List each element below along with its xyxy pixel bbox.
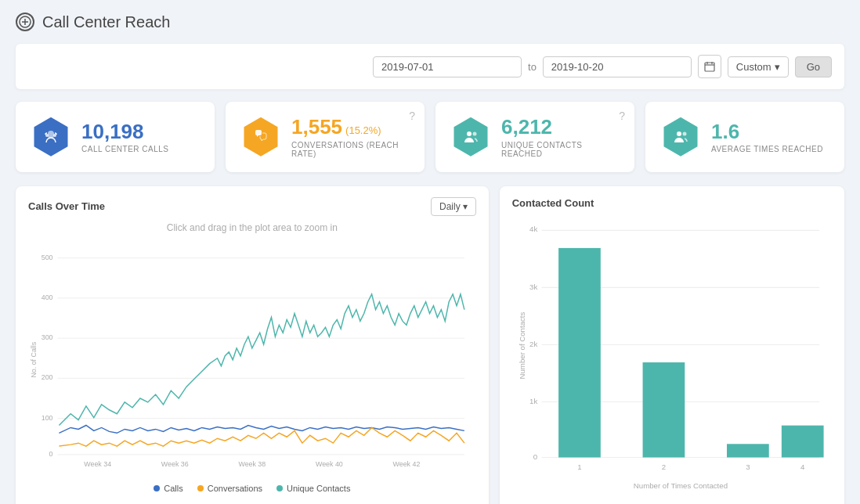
average-value: 1.6 [711,121,823,143]
calls-chart-title: Calls Over Time [28,200,105,212]
stats-row: 10,198 CALL CENTER CALLS ? 1,555(15.2%) … [16,102,844,172]
charts-row: Calls Over Time Daily ▾ Click and drag i… [16,186,844,504]
calls-over-time-card: Calls Over Time Daily ▾ Click and drag i… [16,186,489,504]
svg-text:2: 2 [661,462,665,470]
chart-hint: Click and drag in the plot area to zoom … [28,222,476,233]
bar-chart-svg: 4k 3k 2k 1k 0 Number of Contacts [512,215,832,501]
svg-text:0: 0 [533,452,537,460]
daily-arrow-icon: ▾ [463,201,468,212]
dropdown-arrow-icon: ▾ [775,61,780,73]
svg-text:Week 36: Week 36 [161,459,189,467]
svg-text:Number of Contacts: Number of Contacts [518,311,526,379]
svg-text:4: 4 [800,462,805,470]
average-label: AVERAGE TIMES REACHED [711,145,823,153]
stat-card-conversations: ? 1,555(15.2%) CONVERSATIONS (REACH RATE… [226,102,425,172]
stat-card-average: 1.6 AVERAGE TIMES REACHED [645,102,844,172]
svg-text:300: 300 [42,333,53,341]
svg-text:500: 500 [42,253,53,261]
unique-contacts-icon [451,117,490,157]
calls-label: CALL CENTER CALLS [81,145,169,153]
stat-card-unique-contacts: ? 6,212 UNIQUE CONTACTS REACHED [435,102,634,172]
legend-calls: Calls [154,484,182,493]
legend-conversations: Conversations [197,484,262,493]
bar-1 [558,248,601,458]
bar-4 [782,425,824,457]
legend-conversations-dot [197,485,204,491]
svg-point-10 [473,131,477,135]
svg-rect-3 [705,63,714,71]
go-button[interactable]: Go [795,56,832,77]
page-title: Call Center Reach [42,13,170,31]
svg-text:1: 1 [577,462,581,470]
conversations-badge: (15.2%) [345,124,381,136]
svg-text:Week 42: Week 42 [393,459,421,467]
date-from-input[interactable] [373,56,522,77]
daily-dropdown[interactable]: Daily ▾ [431,197,476,216]
legend-unique-contacts: Unique Contacts [276,484,350,493]
average-info: 1.6 AVERAGE TIMES REACHED [711,121,823,154]
conversations-icon [241,117,280,157]
line-chart-area: 500 400 300 200 100 0 No. of Calls [28,236,476,478]
page-header: Call Center Reach [16,13,844,31]
svg-text:4k: 4k [529,225,537,233]
legend-unique-contacts-label: Unique Contacts [287,484,350,493]
calls-icon [31,117,70,157]
svg-text:Number of Times Contacted: Number of Times Contacted [633,481,727,490]
line-chart-svg: 500 400 300 200 100 0 No. of Calls [28,236,476,476]
svg-text:No. of Calls: No. of Calls [30,341,38,377]
conversations-info: 1,555(15.2%) CONVERSATIONS (REACH RATE) [291,116,409,158]
preset-dropdown[interactable]: Custom ▾ [728,56,789,77]
contacted-count-card: Contacted Count 4k 3k 2k 1k 0 Number of … [500,186,844,504]
date-separator: to [528,61,537,73]
svg-text:2k: 2k [529,339,537,347]
stat-card-calls: 10,198 CALL CENTER CALLS [16,102,215,172]
svg-text:0: 0 [49,449,53,457]
calls-value: 10,198 [81,121,169,143]
unique-contacts-value: 6,212 [501,116,619,139]
line-chart-legend: Calls Conversations Unique Contacts [28,484,476,493]
svg-text:Week 34: Week 34 [84,459,111,467]
page-container: Call Center Reach to Custom ▾ Go [0,0,860,504]
svg-text:100: 100 [42,413,53,421]
svg-point-9 [467,131,472,136]
bar-3 [727,444,769,457]
svg-point-12 [683,131,687,135]
filter-bar: to Custom ▾ Go [16,44,844,89]
calls-chart-header: Calls Over Time Daily ▾ [28,197,476,216]
svg-text:400: 400 [42,293,53,301]
svg-text:Week 40: Week 40 [316,459,343,467]
calendar-icon[interactable] [698,55,721,78]
legend-conversations-label: Conversations [208,484,262,493]
unique-contacts-label: UNIQUE CONTACTS REACHED [501,141,619,158]
average-icon [661,117,700,157]
svg-text:Week 38: Week 38 [238,459,266,467]
date-to-input[interactable] [543,56,692,77]
svg-text:3: 3 [746,462,750,470]
contacted-chart-title: Contacted Count [512,197,594,209]
unique-contacts-help-icon[interactable]: ? [619,110,625,122]
conversations-value: 1,555(15.2%) [291,116,409,139]
bar-chart-area: 4k 3k 2k 1k 0 Number of Contacts [512,215,832,503]
conversations-label: CONVERSATIONS (REACH RATE) [291,141,409,158]
preset-label: Custom [736,61,771,73]
svg-text:3k: 3k [529,282,537,290]
svg-text:1k: 1k [529,396,537,405]
svg-text:200: 200 [42,373,53,381]
legend-calls-dot [154,485,160,491]
unique-contacts-info: 6,212 UNIQUE CONTACTS REACHED [501,116,619,158]
legend-calls-label: Calls [164,484,182,493]
calls-info: 10,198 CALL CENTER CALLS [81,121,169,154]
bar-2 [642,362,685,457]
legend-unique-contacts-dot [276,485,283,491]
conversations-help-icon[interactable]: ? [409,110,415,122]
svg-point-11 [677,131,681,136]
contacted-chart-header: Contacted Count [512,197,832,209]
page-icon [16,13,34,31]
